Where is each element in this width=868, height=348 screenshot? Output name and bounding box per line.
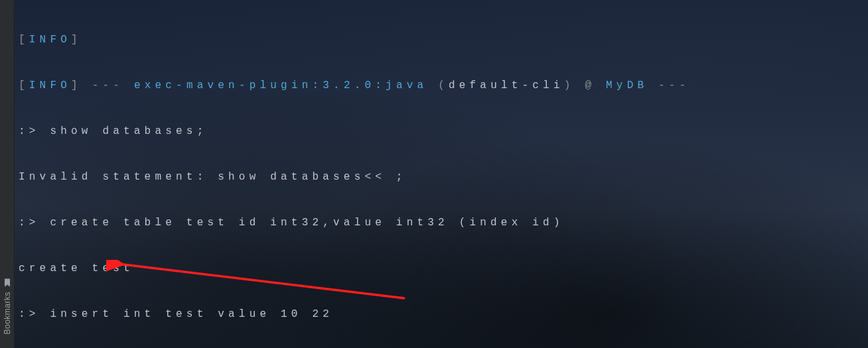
side-toolbar: Bookmarks xyxy=(0,0,15,348)
out-line: Invalid statement: show databases<< ; xyxy=(19,166,861,189)
bookmark-icon xyxy=(3,278,11,288)
log-line-2: [INFO] --- exec-maven-plugin:3.2.0:java … xyxy=(19,74,861,97)
bookmarks-tab[interactable]: Bookmarks xyxy=(3,278,12,335)
log-line-1: [INFO] xyxy=(19,29,861,52)
log-level: INFO xyxy=(29,80,71,91)
out-line: :> insert int test value 10 22 xyxy=(19,303,861,326)
maven-goal: exec-maven-plugin:3.2.0:java xyxy=(134,80,427,91)
out-line: :> show databases; xyxy=(19,120,861,143)
bookmarks-label: Bookmarks xyxy=(3,292,12,335)
out-line: create test xyxy=(19,257,861,280)
terminal-output[interactable]: [INFO] [INFO] --- exec-maven-plugin:3.2.… xyxy=(19,5,861,343)
project-name: MyDB xyxy=(606,80,648,91)
out-line: :> create table test id int32,value int3… xyxy=(19,211,861,235)
log-level: INFO xyxy=(29,34,71,46)
maven-profile: default-cli xyxy=(449,80,564,91)
